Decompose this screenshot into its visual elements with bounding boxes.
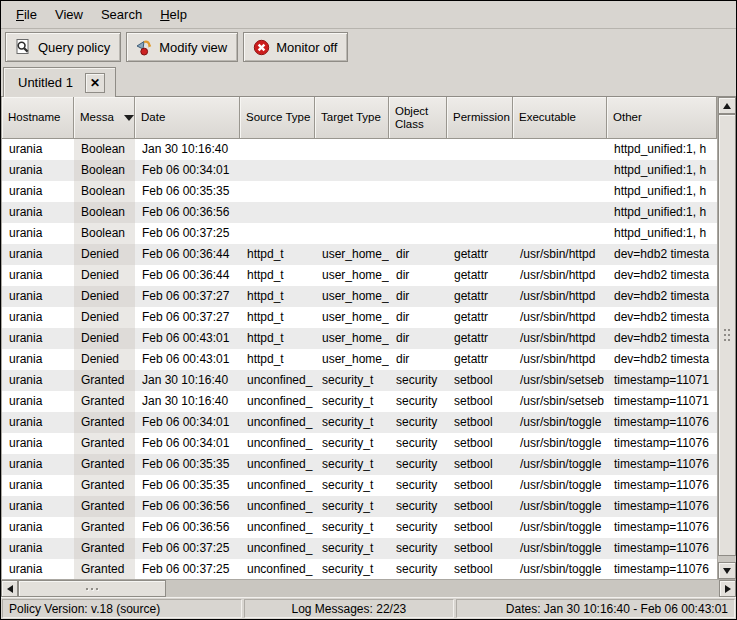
table-cell[interactable]: unconfined_ <box>240 496 315 517</box>
table-row[interactable]: uraniaGrantedFeb 06 00:37:25unconfined_s… <box>2 559 717 579</box>
table-cell[interactable] <box>513 181 607 202</box>
table-cell[interactable]: Jan 30 10:16:40 <box>135 370 240 391</box>
column-header-messa[interactable]: Messa <box>74 97 135 139</box>
table-cell[interactable]: security_t <box>315 475 389 496</box>
table-cell[interactable] <box>389 181 447 202</box>
table-cell[interactable]: urania <box>2 412 74 433</box>
table-row[interactable]: uraniaDeniedFeb 06 00:43:01httpd_tuser_h… <box>2 349 717 370</box>
table-row[interactable]: uraniaDeniedFeb 06 00:37:27httpd_tuser_h… <box>2 307 717 328</box>
table-cell[interactable]: Granted <box>74 559 135 579</box>
vertical-scrollbar-thumb[interactable] <box>718 114 736 556</box>
table-cell[interactable]: Jan 30 10:16:40 <box>135 139 240 160</box>
table-cell[interactable]: setbool <box>447 412 513 433</box>
table-cell[interactable]: dir <box>389 307 447 328</box>
table-cell[interactable] <box>315 202 389 223</box>
table-cell[interactable] <box>513 160 607 181</box>
table-cell[interactable]: httpd_unified:1, h <box>607 139 717 160</box>
table-cell[interactable]: user_home_ <box>315 244 389 265</box>
table-cell[interactable]: unconfined_ <box>240 517 315 538</box>
table-cell[interactable]: setbool <box>447 517 513 538</box>
table-cell[interactable]: Feb 06 00:43:01 <box>135 349 240 370</box>
table-cell[interactable]: setbool <box>447 496 513 517</box>
table-cell[interactable]: Feb 06 00:37:25 <box>135 538 240 559</box>
table-cell[interactable]: urania <box>2 391 74 412</box>
table-cell[interactable]: Granted <box>74 475 135 496</box>
table-cell[interactable]: dir <box>389 349 447 370</box>
table-cell[interactable] <box>513 202 607 223</box>
table-cell[interactable]: Feb 06 00:35:35 <box>135 475 240 496</box>
table-cell[interactable]: dev=hdb2 timesta <box>607 244 717 265</box>
menu-file[interactable]: File <box>7 3 46 26</box>
table-row[interactable]: uraniaGrantedJan 30 10:16:40unconfined_s… <box>2 370 717 391</box>
table-cell[interactable]: urania <box>2 454 74 475</box>
table-cell[interactable]: Granted <box>74 391 135 412</box>
menu-view[interactable]: View <box>46 3 92 26</box>
table-cell[interactable]: setbool <box>447 370 513 391</box>
table-cell[interactable] <box>447 139 513 160</box>
table-cell[interactable]: getattr <box>447 244 513 265</box>
table-cell[interactable]: /usr/sbin/toggle <box>513 517 607 538</box>
table-cell[interactable]: Granted <box>74 454 135 475</box>
table-cell[interactable]: security_t <box>315 559 389 579</box>
table-cell[interactable]: Feb 06 00:37:25 <box>135 223 240 244</box>
table-cell[interactable] <box>315 181 389 202</box>
table-cell[interactable]: Feb 06 00:37:25 <box>135 559 240 579</box>
table-cell[interactable]: getattr <box>447 307 513 328</box>
table-cell[interactable]: security <box>389 496 447 517</box>
table-cell[interactable]: urania <box>2 559 74 579</box>
scroll-right-button[interactable] <box>719 580 736 597</box>
table-cell[interactable]: urania <box>2 328 74 349</box>
vertical-scrollbar[interactable] <box>717 97 736 579</box>
table-cell[interactable]: user_home_ <box>315 265 389 286</box>
table-cell[interactable]: timestamp=11076 <box>607 538 717 559</box>
table-cell[interactable]: timestamp=11076 <box>607 433 717 454</box>
table-cell[interactable]: timestamp=11076 <box>607 559 717 579</box>
table-cell[interactable]: urania <box>2 223 74 244</box>
table-cell[interactable]: dir <box>389 328 447 349</box>
table-cell[interactable]: dev=hdb2 timesta <box>607 328 717 349</box>
table-cell[interactable]: /usr/sbin/toggle <box>513 496 607 517</box>
table-cell[interactable]: /usr/sbin/httpd <box>513 328 607 349</box>
modify-view-button[interactable]: Modify view <box>126 32 238 62</box>
table-cell[interactable]: getattr <box>447 328 513 349</box>
table-cell[interactable]: Feb 06 00:36:44 <box>135 265 240 286</box>
table-cell[interactable]: security_t <box>315 370 389 391</box>
table-cell[interactable]: /usr/sbin/httpd <box>513 286 607 307</box>
table-cell[interactable]: Denied <box>74 265 135 286</box>
table-cell[interactable]: urania <box>2 496 74 517</box>
tab-untitled-1[interactable]: Untitled 1 ✕ <box>3 67 116 97</box>
table-cell[interactable]: unconfined_ <box>240 475 315 496</box>
column-header-object-class[interactable]: Object Class <box>389 97 447 139</box>
table-cell[interactable]: Feb 06 00:36:56 <box>135 517 240 538</box>
table-row[interactable]: uraniaBooleanFeb 06 00:34:01httpd_unifie… <box>2 160 717 181</box>
column-header-source-type[interactable]: Source Type <box>240 97 315 139</box>
table-cell[interactable]: Feb 06 00:35:35 <box>135 181 240 202</box>
table-row[interactable]: uraniaGrantedFeb 06 00:35:35unconfined_s… <box>2 475 717 496</box>
table-cell[interactable] <box>389 139 447 160</box>
table-cell[interactable]: security <box>389 391 447 412</box>
table-cell[interactable]: timestamp=11076 <box>607 496 717 517</box>
table-cell[interactable]: Feb 06 00:37:27 <box>135 286 240 307</box>
table-cell[interactable]: timestamp=11076 <box>607 454 717 475</box>
table-cell[interactable] <box>513 223 607 244</box>
column-header-other[interactable]: Other <box>607 97 717 139</box>
table-cell[interactable]: httpd_t <box>240 328 315 349</box>
table-cell[interactable]: unconfined_ <box>240 454 315 475</box>
table-cell[interactable]: /usr/sbin/toggle <box>513 475 607 496</box>
table-cell[interactable]: security <box>389 559 447 579</box>
horizontal-scrollbar[interactable] <box>1 579 736 597</box>
table-cell[interactable]: unconfined_ <box>240 433 315 454</box>
table-cell[interactable]: /usr/sbin/toggle <box>513 559 607 579</box>
table-cell[interactable]: getattr <box>447 286 513 307</box>
table-cell[interactable]: /usr/sbin/toggle <box>513 412 607 433</box>
table-cell[interactable]: security <box>389 433 447 454</box>
table-cell[interactable] <box>315 139 389 160</box>
table-row[interactable]: uraniaGrantedFeb 06 00:34:01unconfined_s… <box>2 412 717 433</box>
column-header-target-type[interactable]: Target Type <box>315 97 389 139</box>
table-cell[interactable]: security_t <box>315 496 389 517</box>
tab-close-button[interactable]: ✕ <box>85 73 105 93</box>
table-cell[interactable]: httpd_t <box>240 286 315 307</box>
table-row[interactable]: uraniaGrantedJan 30 10:16:40unconfined_s… <box>2 391 717 412</box>
table-cell[interactable]: user_home_ <box>315 307 389 328</box>
table-cell[interactable]: dir <box>389 265 447 286</box>
